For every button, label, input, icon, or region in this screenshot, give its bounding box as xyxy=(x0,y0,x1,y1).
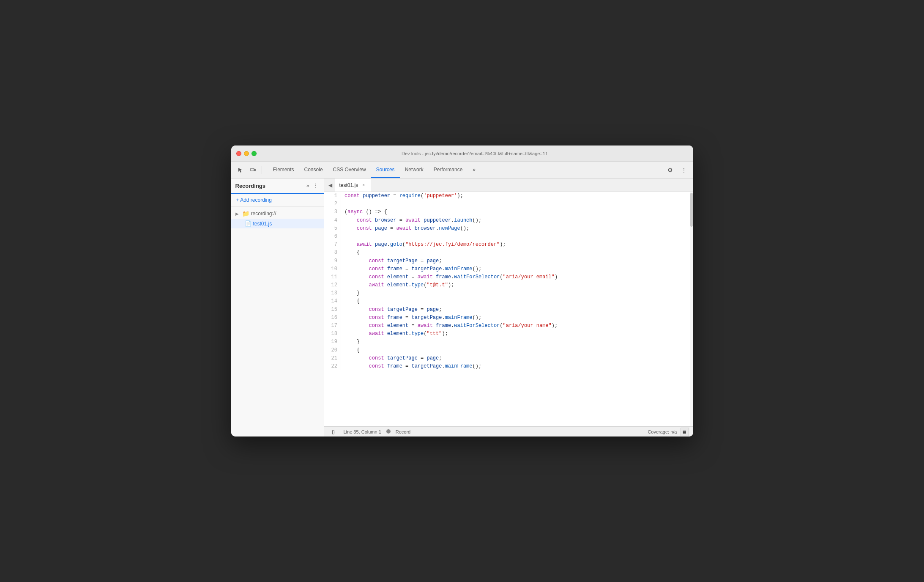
editor-tab-filename: test01.js xyxy=(339,182,358,188)
line-code: const frame = targetPage.mainFrame(); xyxy=(341,362,693,371)
table-row: 4 const browser = await puppeteer.launch… xyxy=(324,217,693,225)
line-code: await page.goto("https://jec.fyi/demo/re… xyxy=(341,241,693,249)
line-code: const targetPage = page; xyxy=(341,306,693,314)
table-row: 13 } xyxy=(324,289,693,297)
status-right: Coverage: n/a ▦ xyxy=(648,428,689,436)
line-number: 4 xyxy=(324,217,341,225)
sidebar: Recordings » ⋮ + Add recording ▶ 📁 recor… xyxy=(231,178,324,436)
table-row: 17 const element = await frame.waitForSe… xyxy=(324,322,693,330)
table-row: 12 await element.type("t@t.t"); xyxy=(324,281,693,289)
table-row: 15 const targetPage = page; xyxy=(324,306,693,314)
line-code: const frame = targetPage.mainFrame(); xyxy=(341,314,693,322)
file-name: test01.js xyxy=(253,221,272,227)
line-number: 19 xyxy=(324,338,341,346)
line-code: await element.type("t@t.t"); xyxy=(341,281,693,289)
cursor-position: Line 35, Column 1 xyxy=(344,429,381,434)
code-table: 1 const puppeteer = require('puppeteer')… xyxy=(324,192,693,371)
record-dot-icon xyxy=(386,429,391,434)
format-button[interactable]: {} xyxy=(328,428,339,436)
line-number: 8 xyxy=(324,249,341,257)
line-number: 22 xyxy=(324,362,341,371)
tab-css-overview[interactable]: CSS Overview xyxy=(328,162,371,178)
line-number: 21 xyxy=(324,354,341,362)
table-row: 16 const frame = targetPage.mainFrame(); xyxy=(324,314,693,322)
line-code: } xyxy=(341,338,693,346)
line-code: const frame = targetPage.mainFrame(); xyxy=(341,265,693,273)
line-code: } xyxy=(341,289,693,297)
line-code: { xyxy=(341,297,693,305)
line-number: 11 xyxy=(324,273,341,281)
line-code: { xyxy=(341,346,693,354)
line-number: 10 xyxy=(324,265,341,273)
table-row: 14 { xyxy=(324,297,693,305)
folder-name: recording:// xyxy=(251,211,276,217)
line-number: 14 xyxy=(324,297,341,305)
select-tool-button[interactable] xyxy=(235,164,246,176)
tab-elements[interactable]: Elements xyxy=(268,162,299,178)
line-code: { xyxy=(341,249,693,257)
toolbar-right: ⚙ ⋮ xyxy=(664,164,690,176)
line-code: await element.type("ttt"); xyxy=(341,330,693,338)
line-code: const page = await browser.newPage(); xyxy=(341,225,693,233)
window-title: DevTools - jec.fyi/demo/recorder?email=t… xyxy=(262,151,688,156)
gear-icon: ⚙ xyxy=(667,167,673,173)
tab-more[interactable]: » xyxy=(467,162,481,178)
tab-nav: Elements Console CSS Overview Sources Ne… xyxy=(268,162,664,178)
sidebar-tree: ▶ 📁 recording:// 📄 test01.js xyxy=(231,207,324,436)
tree-folder-item[interactable]: ▶ 📁 recording:// xyxy=(231,209,324,219)
format-icon: {} xyxy=(332,429,335,434)
table-row: 10 const frame = targetPage.mainFrame(); xyxy=(324,265,693,273)
line-number: 5 xyxy=(324,225,341,233)
table-row: 6 xyxy=(324,233,693,241)
status-bar: {} Line 35, Column 1 Record Coverage: n/… xyxy=(324,426,693,436)
minimap-button[interactable]: ▦ xyxy=(681,428,689,436)
line-code: (async () => { xyxy=(341,208,693,216)
tab-performance[interactable]: Performance xyxy=(429,162,468,178)
table-row: 11 const element = await frame.waitForSe… xyxy=(324,273,693,281)
panel-collapse-button[interactable]: ◀ xyxy=(326,181,335,189)
tree-expand-arrow: ▶ xyxy=(235,211,241,216)
close-button[interactable] xyxy=(236,151,241,156)
tab-network[interactable]: Network xyxy=(400,162,429,178)
editor-tab-file[interactable]: test01.js × xyxy=(335,178,372,192)
device-toggle-button[interactable] xyxy=(247,164,259,176)
folder-icon: 📁 xyxy=(242,210,249,217)
editor-area: ◀ test01.js × 1 const puppeteer = requir… xyxy=(324,178,693,436)
add-recording-label: + Add recording xyxy=(236,197,272,203)
table-row: 5 const page = await browser.newPage(); xyxy=(324,225,693,233)
devtools-window: DevTools - jec.fyi/demo/recorder?email=t… xyxy=(231,146,693,436)
title-bar: DevTools - jec.fyi/demo/recorder?email=t… xyxy=(231,146,693,162)
table-row: 18 await element.type("ttt"); xyxy=(324,330,693,338)
add-recording-button[interactable]: + Add recording xyxy=(231,194,324,207)
minimap-icon: ▦ xyxy=(683,430,686,434)
traffic-lights xyxy=(236,151,257,156)
tree-file-item[interactable]: 📄 test01.js xyxy=(231,219,324,228)
table-row: 19 } xyxy=(324,338,693,346)
svg-rect-0 xyxy=(251,168,254,171)
line-number: 6 xyxy=(324,233,341,241)
editor-tabs: ◀ test01.js × xyxy=(324,178,693,192)
line-code: const targetPage = page; xyxy=(341,257,693,265)
svg-rect-1 xyxy=(254,169,256,171)
minimize-button[interactable] xyxy=(244,151,249,156)
tab-sources[interactable]: Sources xyxy=(371,162,400,178)
line-code xyxy=(341,200,693,208)
code-editor[interactable]: 1 const puppeteer = require('puppeteer')… xyxy=(324,192,693,426)
sidebar-more-icon[interactable]: » xyxy=(305,182,311,189)
tab-console[interactable]: Console xyxy=(299,162,328,178)
table-row: 9 const targetPage = page; xyxy=(324,257,693,265)
settings-button[interactable]: ⚙ xyxy=(664,164,676,176)
line-number: 18 xyxy=(324,330,341,338)
maximize-button[interactable] xyxy=(252,151,257,156)
main-content: Recordings » ⋮ + Add recording ▶ 📁 recor… xyxy=(231,178,693,436)
line-number: 12 xyxy=(324,281,341,289)
editor-scrollbar[interactable] xyxy=(690,192,693,426)
table-row: 8 { xyxy=(324,249,693,257)
editor-scrollbar-thumb[interactable] xyxy=(690,193,693,227)
record-label[interactable]: Record xyxy=(396,429,410,434)
sidebar-menu-icon[interactable]: ⋮ xyxy=(311,182,320,189)
line-number: 13 xyxy=(324,289,341,297)
more-menu-button[interactable]: ⋮ xyxy=(678,164,690,176)
editor-tab-close-button[interactable]: × xyxy=(361,182,366,188)
line-code xyxy=(341,233,693,241)
